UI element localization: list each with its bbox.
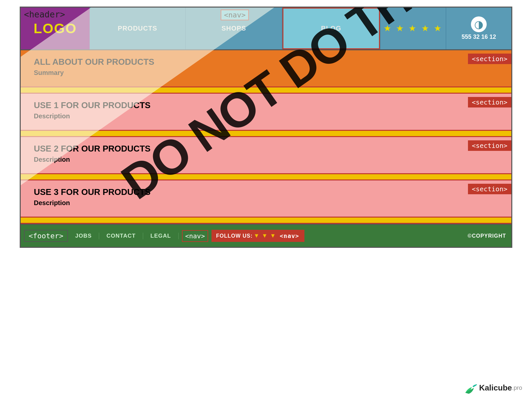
divider-4: [21, 217, 511, 224]
footer-nav-jobs[interactable]: JOBS: [68, 233, 99, 239]
nav-item-products[interactable]: PRODUCTS: [90, 8, 186, 49]
section-tag-3: <section>: [468, 140, 511, 151]
footer-nav-legal[interactable]: LEGAL: [143, 233, 179, 239]
section-4-title: USE 3 FOR OUR PRODUCTS: [34, 187, 501, 197]
header-tag: <header>: [24, 10, 65, 19]
section-3-subtitle: Description: [34, 156, 501, 163]
section-tag-1: <section>: [468, 54, 511, 64]
stars-block: ★ ★ ★ ★ ★: [380, 8, 446, 49]
section-2-subtitle: Description: [34, 112, 501, 120]
logo: LOGO: [33, 21, 77, 36]
section-2: <section> USE 1 FOR OUR PRODUCTS Descrip…: [21, 94, 511, 130]
divider-2: [21, 130, 511, 137]
follow-arrow-1: ▼: [254, 232, 260, 239]
section-1-title: ALL ABOUT OUR PRODUCTS: [34, 57, 501, 67]
divider-3: [21, 173, 511, 180]
kalicube-name: Kalicube: [479, 383, 512, 392]
footer-nav-contact[interactable]: CONTACT: [99, 233, 143, 239]
follow-nav-tag: <nav>: [279, 232, 300, 240]
phone-icon: ◑: [471, 16, 487, 32]
kalicube-logo: Kalicube.pro: [463, 381, 522, 394]
section-4: <section> USE 3 FOR OUR PRODUCTS Descrip…: [21, 180, 511, 217]
footer: <footer> JOBS CONTACT LEGAL <nav> FOLLOW…: [21, 224, 511, 247]
stars: ★ ★ ★ ★ ★: [384, 23, 443, 34]
copyright: ©COPYRIGHT: [468, 233, 511, 239]
kalicube-dot-pro: .pro: [512, 385, 522, 391]
phone-block: ◑ 555 32 16 12: [446, 8, 511, 49]
nav-item-blog[interactable]: BLOG: [282, 8, 380, 49]
divider-1: [21, 86, 511, 94]
follow-arrow-2: ▼: [262, 232, 268, 239]
follow-block: FOLLOW US: ▼ ▼ ▼ <nav>: [211, 230, 304, 242]
section-1: <section> ALL ABOUT OUR PRODUCTS Summary: [21, 50, 511, 86]
follow-label: FOLLOW US:: [216, 233, 253, 239]
section-tag-4: <section>: [468, 184, 511, 194]
kalicube-bird-icon: [463, 381, 477, 394]
follow-arrow-3: ▼: [270, 232, 276, 239]
footer-tag: <footer>: [24, 230, 68, 242]
section-1-subtitle: Summary: [34, 69, 501, 77]
section-2-title: USE 1 FOR OUR PRODUCTS: [34, 100, 501, 110]
header: <header> LOGO <nav> PRODUCTS SHOPS BLOG …: [21, 8, 511, 50]
footer-nav-tag: <nav>: [182, 230, 208, 242]
phone-number: 555 32 16 12: [461, 34, 496, 40]
section-tag-2: <section>: [468, 97, 511, 107]
nav-tag: <nav>: [221, 10, 249, 20]
section-3: <section> USE 2 FOR OUR PRODUCTS Descrip…: [21, 137, 511, 173]
section-4-subtitle: Description: [34, 199, 501, 207]
nav-area: <nav> PRODUCTS SHOPS BLOG: [90, 8, 380, 49]
section-3-title: USE 2 FOR OUR PRODUCTS: [34, 144, 501, 154]
main-content: <section> ALL ABOUT OUR PRODUCTS Summary…: [21, 50, 511, 224]
